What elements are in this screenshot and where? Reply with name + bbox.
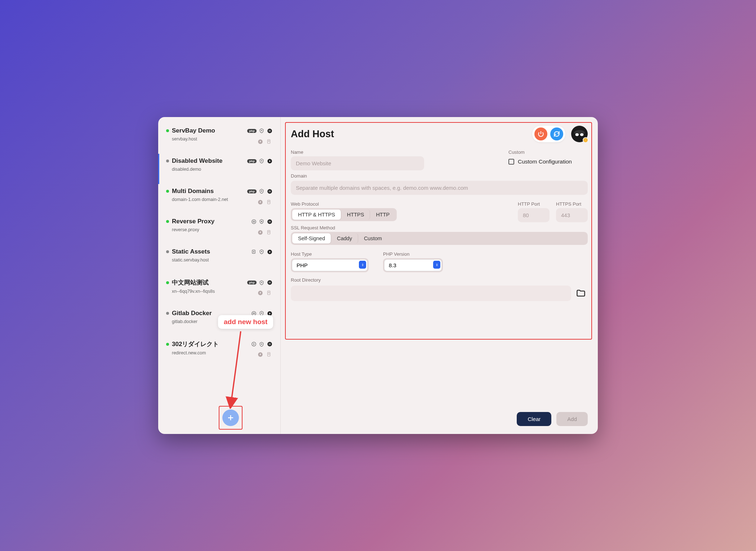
document-icon[interactable]	[266, 199, 272, 205]
https-port-label: HTTPS Port	[556, 201, 588, 207]
browse-folder-button[interactable]	[575, 288, 588, 299]
host-item-static-assets[interactable]: Static Assets static.servbay.host	[158, 245, 280, 275]
ssl-option-caddy[interactable]: Caddy	[331, 233, 358, 243]
static-icon	[251, 249, 257, 255]
svg-rect-32	[269, 282, 269, 283]
svg-point-18	[252, 219, 255, 223]
svg-point-54	[580, 133, 584, 136]
svg-point-31	[267, 280, 272, 285]
chevron-updown-icon	[359, 261, 366, 269]
protocol-option-http[interactable]: HTTP	[370, 210, 395, 220]
host-type-select[interactable]: PHP	[292, 259, 368, 271]
host-type-label: Host Type	[291, 251, 369, 257]
svg-rect-33	[270, 282, 270, 283]
status-dot	[166, 190, 169, 193]
pause-icon[interactable]	[267, 280, 272, 286]
svg-rect-21	[270, 221, 270, 223]
document-icon[interactable]	[266, 229, 272, 235]
document-icon[interactable]	[266, 139, 272, 144]
compass-icon[interactable]	[257, 139, 263, 144]
pause-icon[interactable]	[267, 188, 272, 194]
host-item-chinese-test[interactable]: 中文网站测试 php xn--6qq79v.xn--fiqs8s	[158, 275, 280, 306]
ssl-option-self[interactable]: Self-Signed	[292, 233, 331, 243]
svg-point-27	[253, 251, 254, 252]
domain-input[interactable]	[291, 181, 588, 195]
shield-icon	[259, 249, 264, 255]
clear-button[interactable]: Clear	[517, 412, 551, 426]
status-dot	[166, 220, 169, 223]
svg-rect-12	[269, 191, 269, 192]
play-icon[interactable]	[267, 249, 272, 255]
shield-icon	[259, 128, 264, 134]
name-label: Name	[291, 149, 501, 155]
host-item-reverse-proxy[interactable]: Reverse Proxy reverse.proxy	[158, 214, 280, 245]
tooltip-add-host: add new host	[218, 315, 273, 329]
main-panel: Add Host Name	[281, 117, 598, 434]
avatar[interactable]	[571, 126, 588, 142]
power-button[interactable]	[534, 127, 547, 140]
pause-icon[interactable]	[267, 128, 272, 134]
protocol-option-https[interactable]: HTTPS	[341, 210, 370, 220]
host-name: Disabled Website	[172, 157, 244, 165]
pause-icon[interactable]	[267, 219, 272, 224]
root-directory-input[interactable]	[291, 286, 571, 301]
shield-icon	[259, 188, 264, 194]
host-name: 中文网站测试	[172, 278, 244, 287]
host-name: Multi Domains	[172, 188, 244, 195]
host-item-redirect[interactable]: 302リダイレクト redirect.new.com	[158, 336, 280, 368]
chevron-updown-icon	[433, 261, 440, 269]
host-item-disabled-website[interactable]: Disabled Website php disabled.demo	[158, 154, 280, 184]
protocol-option-both[interactable]: HTTP & HTTPS	[292, 210, 341, 220]
custom-config-checkbox[interactable]	[508, 159, 514, 165]
domain-label: Domain	[291, 173, 588, 179]
https-port-input[interactable]	[556, 208, 588, 222]
svg-point-43	[267, 342, 272, 346]
svg-point-28	[261, 251, 262, 252]
svg-rect-3	[270, 130, 270, 132]
svg-point-8	[261, 160, 262, 161]
status-dot	[166, 129, 169, 132]
svg-rect-45	[270, 343, 270, 345]
refresh-button[interactable]	[550, 127, 563, 140]
host-item-servbay-demo[interactable]: ServBay Demo php servbay.host	[158, 124, 280, 154]
status-dot	[166, 281, 169, 284]
host-sub: static.servbay.host	[172, 257, 272, 263]
document-icon[interactable]	[266, 290, 272, 296]
php-badge-icon: php	[247, 281, 257, 285]
root-label: Root Directory	[291, 277, 588, 283]
svg-point-41	[252, 342, 255, 346]
host-name: 302リダイレクト	[172, 340, 248, 348]
compass-icon[interactable]	[257, 199, 263, 205]
header-actions	[532, 126, 565, 142]
http-port-input[interactable]	[518, 208, 550, 222]
compass-icon[interactable]	[257, 351, 263, 357]
add-button[interactable]: Add	[556, 412, 588, 426]
svg-point-19	[267, 219, 272, 224]
name-input[interactable]	[291, 156, 424, 170]
shield-icon	[259, 341, 264, 347]
php-badge-icon: php	[247, 159, 257, 163]
php-badge-icon: php	[247, 129, 257, 133]
pause-icon[interactable]	[267, 341, 272, 347]
status-dot	[166, 160, 169, 162]
document-icon[interactable]	[266, 351, 272, 357]
play-icon[interactable]	[267, 158, 272, 164]
svg-rect-13	[270, 191, 270, 192]
verified-badge-icon	[583, 137, 588, 143]
add-host-button[interactable]	[222, 409, 239, 426]
svg-point-1	[267, 129, 272, 133]
svg-point-0	[261, 130, 262, 131]
ssl-option-custom[interactable]: Custom	[358, 233, 388, 243]
svg-rect-2	[269, 130, 269, 132]
compass-icon[interactable]	[257, 229, 263, 235]
app-window: ServBay Demo php servbay.host Disabled W…	[158, 117, 598, 434]
ssl-segmented: Self-Signed Caddy Custom	[291, 232, 588, 245]
svg-point-11	[267, 189, 272, 194]
host-sub: disabled.demo	[172, 167, 272, 172]
compass-icon[interactable]	[257, 290, 263, 296]
svg-rect-26	[252, 250, 255, 253]
svg-point-30	[261, 282, 262, 283]
http-port-label: HTTP Port	[518, 201, 550, 207]
host-item-multi-domains[interactable]: Multi Domains php domain-1.com domain-2.…	[158, 184, 280, 214]
status-dot	[166, 343, 169, 346]
